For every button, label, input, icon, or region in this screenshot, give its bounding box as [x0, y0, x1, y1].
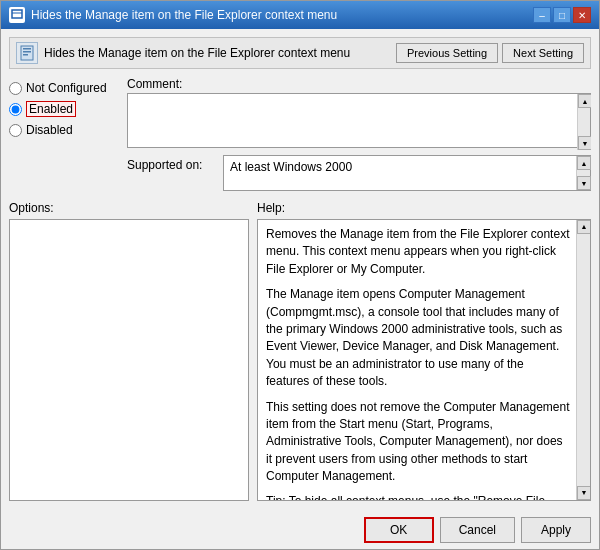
title-bar-controls: – □ ✕: [533, 7, 591, 23]
disabled-option[interactable]: Disabled: [9, 123, 119, 137]
help-scrollbar: ▲ ▼: [576, 220, 590, 500]
content-area: Hides the Manage item on the File Explor…: [1, 29, 599, 509]
disabled-label: Disabled: [26, 123, 73, 137]
comment-input[interactable]: [127, 93, 591, 148]
svg-rect-0: [12, 10, 22, 18]
top-section: Not Configured Enabled Disabled Comment:: [9, 77, 591, 191]
help-scroll-up[interactable]: ▲: [577, 220, 591, 234]
supported-scroll-up[interactable]: ▲: [577, 156, 591, 170]
footer: OK Cancel Apply: [1, 509, 599, 549]
close-button[interactable]: ✕: [573, 7, 591, 23]
apply-button[interactable]: Apply: [521, 517, 591, 543]
title-bar: Hides the Manage item on the File Explor…: [1, 1, 599, 29]
help-panel: Help: Removes the Manage item from the F…: [257, 201, 591, 501]
enabled-option[interactable]: Enabled: [9, 101, 119, 117]
window-icon: [9, 7, 25, 23]
comment-label: Comment:: [127, 77, 591, 91]
svg-rect-3: [23, 48, 31, 50]
options-box: [9, 219, 249, 501]
help-p3: This setting does not remove the Compute…: [266, 399, 570, 486]
title-bar-left: Hides the Manage item on the File Explor…: [9, 7, 337, 23]
svg-rect-5: [23, 54, 28, 56]
restore-button[interactable]: □: [553, 7, 571, 23]
header-nav: Previous Setting Next Setting: [396, 43, 584, 63]
enabled-radio[interactable]: [9, 103, 22, 116]
comment-wrapper: ▲ ▼: [127, 93, 591, 151]
previous-setting-button[interactable]: Previous Setting: [396, 43, 498, 63]
window-title: Hides the Manage item on the File Explor…: [31, 8, 337, 22]
next-setting-button[interactable]: Next Setting: [502, 43, 584, 63]
supported-value: At least Windows 2000: [230, 160, 352, 174]
main-area: Not Configured Enabled Disabled Comment:: [9, 77, 591, 501]
help-label: Help:: [257, 201, 591, 215]
help-content: Removes the Manage item from the File Ex…: [266, 226, 570, 501]
disabled-radio[interactable]: [9, 124, 22, 137]
scroll-track: [578, 108, 590, 136]
comment-section: Comment: ▲ ▼ Supported on: At leas: [127, 77, 591, 191]
not-configured-label: Not Configured: [26, 81, 107, 95]
policy-icon: [16, 42, 38, 64]
comment-scrollbar: ▲ ▼: [577, 94, 590, 150]
options-panel: Options:: [9, 201, 249, 501]
not-configured-option[interactable]: Not Configured: [9, 81, 119, 95]
help-p1: Removes the Manage item from the File Ex…: [266, 226, 570, 278]
radio-group: Not Configured Enabled Disabled: [9, 77, 119, 191]
cancel-button[interactable]: Cancel: [440, 517, 515, 543]
help-text-box: Removes the Manage item from the File Ex…: [257, 219, 591, 501]
main-window: Hides the Manage item on the File Explor…: [0, 0, 600, 550]
enabled-label: Enabled: [26, 101, 76, 117]
supported-scroll-down[interactable]: ▼: [577, 176, 591, 190]
supported-section: Supported on: At least Windows 2000 ▲ ▼: [127, 155, 591, 191]
header-title-text: Hides the Manage item on the File Explor…: [44, 46, 350, 60]
bottom-section: Options: Help: Removes the Manage item f…: [9, 201, 591, 501]
help-scroll-track: [577, 234, 590, 486]
not-configured-radio[interactable]: [9, 82, 22, 95]
header-row: Hides the Manage item on the File Explor…: [9, 37, 591, 69]
help-scroll-down[interactable]: ▼: [577, 486, 591, 500]
minimize-button[interactable]: –: [533, 7, 551, 23]
supported-value-box: At least Windows 2000 ▲ ▼: [223, 155, 591, 191]
supported-scrollbar: ▲ ▼: [576, 156, 590, 190]
scroll-down-arrow[interactable]: ▼: [578, 136, 591, 150]
help-p2: The Manage item opens Computer Managemen…: [266, 286, 570, 390]
scroll-up-arrow[interactable]: ▲: [578, 94, 591, 108]
header-title: Hides the Manage item on the File Explor…: [16, 42, 350, 64]
ok-button[interactable]: OK: [364, 517, 434, 543]
supported-label: Supported on:: [127, 155, 217, 172]
options-label: Options:: [9, 201, 249, 215]
help-p4: Tip: To hide all context menus, use the …: [266, 493, 570, 501]
svg-rect-4: [23, 51, 31, 53]
